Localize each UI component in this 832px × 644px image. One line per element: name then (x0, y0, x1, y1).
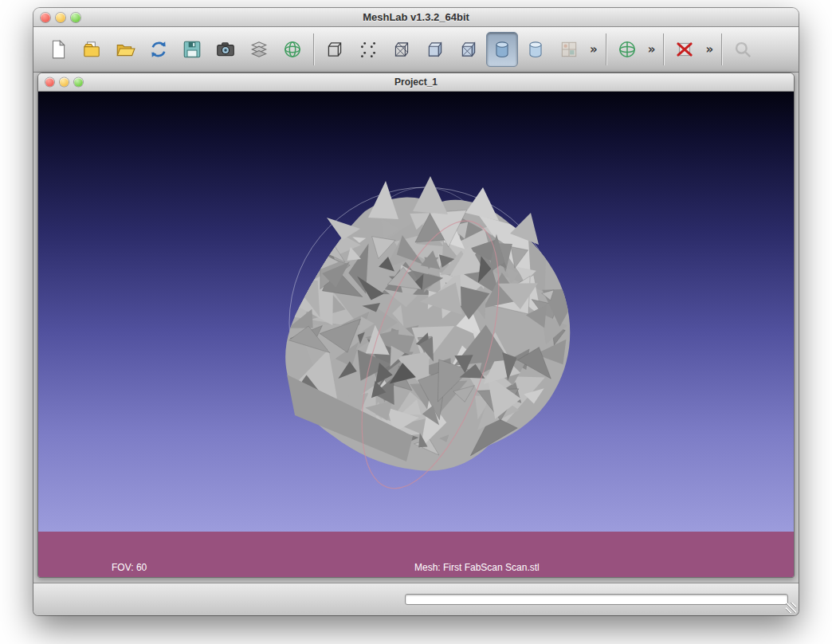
search-icon (732, 39, 753, 60)
layers-icon (249, 39, 269, 60)
mesh-3d (279, 176, 581, 471)
clear-decorators-button[interactable] (669, 33, 700, 66)
wireframe-icon (391, 39, 412, 60)
bounding-box-icon (324, 39, 345, 60)
toolbar-separator (606, 33, 606, 65)
render-bbox-button[interactable] (320, 33, 350, 66)
cylinder-icon (525, 39, 546, 60)
minimize-button[interactable] (56, 13, 65, 22)
reload-button[interactable] (143, 33, 174, 66)
viewport-3d[interactable] (38, 92, 794, 532)
project-zoom-button[interactable] (74, 78, 83, 87)
points-icon (358, 39, 379, 60)
resize-grip[interactable] (786, 603, 796, 613)
toolbar-separator (721, 33, 722, 65)
trackball-icon (617, 39, 638, 60)
hud-bar: FOV: 60 FPS: 227.3 Mesh: First FabScan S… (38, 532, 794, 577)
desktop: MeshLab v1.3.2_64bit (0, 0, 832, 644)
snapshot-button[interactable] (210, 33, 241, 66)
toolbar-separator (313, 33, 314, 65)
render-smooth-button[interactable] (487, 33, 517, 66)
close-button[interactable] (41, 13, 50, 22)
toolbar-overflow-button[interactable]: » (703, 42, 716, 57)
project-title: Project_1 (394, 77, 438, 88)
window-title: MeshLab v1.3.2_64bit (363, 11, 469, 23)
render-flat-wire-button[interactable] (453, 33, 484, 66)
light-toggle-button[interactable] (277, 33, 308, 66)
open-project-button[interactable] (77, 33, 107, 66)
toolbar-overflow-button[interactable]: » (646, 42, 658, 57)
fov-readout: FOV: 60 (112, 562, 162, 574)
render-wireframe-button[interactable] (387, 33, 417, 66)
render-smooth-alt-button[interactable] (520, 33, 551, 66)
progress-bar (405, 594, 788, 605)
hud-mesh-info: Mesh: First FabScan Scan.stl Vertices: 2… (414, 538, 540, 578)
zoom-button[interactable] (71, 13, 80, 22)
floppy-disk-icon (182, 39, 202, 60)
import-mesh-icon (115, 39, 135, 60)
new-document-icon (48, 39, 69, 60)
project-minimize-button[interactable] (60, 78, 69, 87)
workspace-area: Project_1 (33, 73, 799, 583)
flat-shading-icon (425, 39, 445, 60)
toolbar-overflow-button[interactable]: » (587, 42, 600, 57)
window-controls (41, 13, 80, 22)
globe-icon (282, 39, 303, 60)
project-window: Project_1 (37, 73, 795, 578)
red-x-icon (674, 39, 695, 60)
render-points-button[interactable] (353, 33, 383, 66)
flat-wire-icon (458, 39, 479, 60)
trackball-toggle-button[interactable] (612, 33, 642, 66)
mesh-name-readout: Mesh: First FabScan Scan.stl (414, 562, 540, 574)
mesh-canvas (38, 92, 794, 532)
main-toolbar: » » » (33, 27, 799, 73)
reload-icon (148, 39, 169, 60)
save-mesh-button[interactable] (177, 33, 207, 66)
layers-dialog-button[interactable] (244, 33, 274, 66)
meshlab-window: MeshLab v1.3.2_64bit (33, 8, 799, 615)
status-bar (33, 583, 799, 615)
hud-camera-info: FOV: 60 FPS: 227.3 (112, 538, 162, 578)
camera-icon (215, 39, 236, 60)
import-mesh-button[interactable] (110, 33, 140, 66)
render-flat-button[interactable] (420, 33, 450, 66)
smooth-shading-icon (492, 39, 512, 60)
texture-icon (559, 39, 579, 60)
window-titlebar[interactable]: MeshLab v1.3.2_64bit (33, 8, 799, 27)
toolbar-separator (663, 33, 664, 65)
open-project-icon (81, 39, 102, 60)
search-button[interactable] (728, 33, 758, 66)
render-texture-button[interactable] (554, 33, 584, 66)
project-titlebar[interactable]: Project_1 (38, 73, 794, 92)
new-project-button[interactable] (43, 33, 73, 66)
project-window-controls (45, 78, 83, 87)
project-close-button[interactable] (45, 78, 54, 87)
